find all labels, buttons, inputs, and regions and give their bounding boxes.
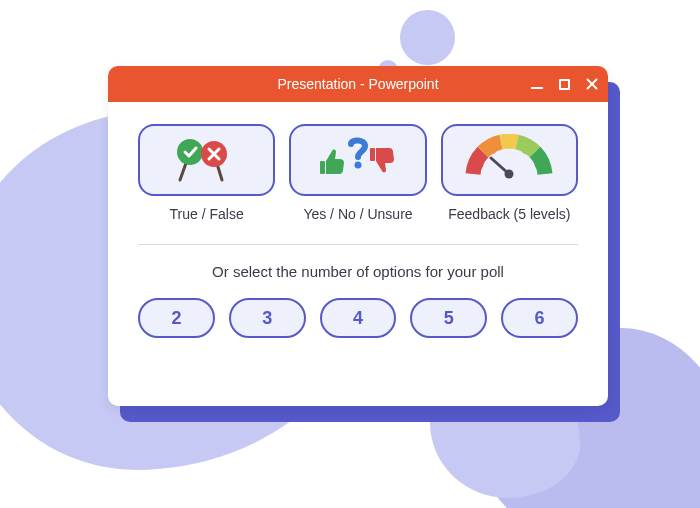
divider — [138, 244, 578, 245]
true-false-icon — [168, 134, 246, 186]
close-button[interactable] — [584, 76, 600, 92]
svg-point-13 — [521, 142, 534, 155]
poll-type-true-false[interactable]: True / False — [138, 124, 275, 222]
window-title: Presentation - Powerpoint — [277, 76, 438, 92]
titlebar: Presentation - Powerpoint — [108, 66, 608, 102]
options-subtitle: Or select the number of options for your… — [138, 263, 578, 280]
option-count-5-button[interactable]: 5 — [410, 298, 487, 338]
option-count-2-button[interactable]: 2 — [138, 298, 215, 338]
feedback-gauge-icon — [459, 134, 559, 186]
number-options-row: 2 3 4 5 6 — [138, 298, 578, 338]
close-icon — [585, 77, 599, 91]
svg-point-11 — [485, 142, 498, 155]
poll-type-label: True / False — [170, 206, 244, 222]
svg-line-16 — [491, 158, 509, 174]
poll-type-yes-no-unsure[interactable]: Yes / No / Unsure — [289, 124, 426, 222]
poll-type-row: True / False — [138, 124, 578, 222]
app-window: Presentation - Powerpoint — [108, 66, 608, 406]
background-blob — [400, 10, 455, 65]
maximize-button[interactable] — [559, 79, 570, 90]
svg-point-10 — [471, 158, 484, 171]
option-count-4-button[interactable]: 4 — [320, 298, 397, 338]
window-content: True / False — [108, 102, 608, 362]
yes-no-unsure-icon — [313, 134, 403, 186]
minimize-icon — [530, 77, 544, 91]
poll-type-icon-box — [289, 124, 426, 196]
svg-rect-7 — [320, 161, 325, 174]
window-controls — [529, 66, 600, 102]
poll-type-feedback[interactable]: Feedback (5 levels) — [441, 124, 578, 222]
poll-type-label: Yes / No / Unsure — [303, 206, 412, 222]
option-count-6-button[interactable]: 6 — [501, 298, 578, 338]
minimize-button[interactable] — [529, 76, 545, 92]
svg-point-14 — [535, 158, 548, 171]
poll-type-icon-box — [441, 124, 578, 196]
svg-point-12 — [503, 136, 516, 149]
svg-rect-9 — [370, 148, 375, 161]
option-count-3-button[interactable]: 3 — [229, 298, 306, 338]
poll-type-icon-box — [138, 124, 275, 196]
svg-point-8 — [354, 162, 361, 169]
svg-point-4 — [177, 139, 203, 165]
poll-type-label: Feedback (5 levels) — [448, 206, 570, 222]
